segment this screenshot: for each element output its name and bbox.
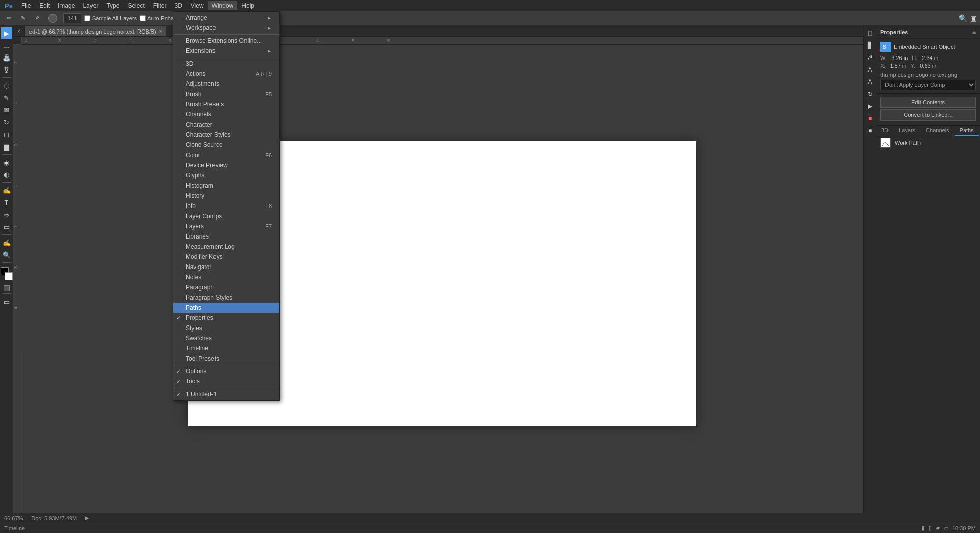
- menu-image[interactable]: Image: [54, 1, 79, 10]
- timeline-label[interactable]: Timeline: [4, 525, 25, 531]
- bottom-icon-1[interactable]: ▮: [922, 525, 925, 531]
- properties-icon[interactable]: ⎕: [865, 27, 876, 39]
- bottom-icon-4[interactable]: ▱: [944, 525, 948, 531]
- tool-screen-mode[interactable]: ▭: [1, 296, 12, 307]
- document-tab[interactable]: ed-1 @ 66.7% (thump design Logo no text,…: [24, 26, 166, 36]
- auto-enhance-checkbox[interactable]: [140, 15, 146, 21]
- menu-window[interactable]: Window: [208, 1, 238, 10]
- actions-icon[interactable]: ▶: [865, 101, 876, 112]
- tool-dodge[interactable]: ◐: [1, 169, 12, 180]
- menu-item-color[interactable]: ColorF6: [173, 150, 279, 160]
- menu-item-styles[interactable]: Styles: [173, 323, 279, 333]
- tool-btn-1[interactable]: ✏: [3, 13, 14, 24]
- menu-item-paragraph[interactable]: Paragraph: [173, 282, 279, 292]
- menu-file[interactable]: File: [17, 1, 35, 10]
- convert-linked-btn[interactable]: Convert to Linked...: [880, 109, 976, 121]
- tool-eraser[interactable]: ◻: [1, 129, 12, 140]
- swatches-icon[interactable]: ■: [865, 125, 876, 136]
- menu-3d[interactable]: 3D: [170, 1, 186, 10]
- brush-size-input[interactable]: [63, 13, 81, 23]
- menu-item-measurement-log[interactable]: Measurement Log: [173, 242, 279, 252]
- menu-item-extensions[interactable]: Extensions►: [173, 46, 279, 56]
- tab-layers[interactable]: Layers: [894, 126, 921, 136]
- tool-blur[interactable]: ◉: [1, 157, 12, 168]
- color-icon[interactable]: ■: [865, 113, 876, 124]
- tool-path-select[interactable]: ⇨: [1, 209, 12, 220]
- bottom-icon-3[interactable]: ▰: [936, 525, 940, 531]
- sample-all-layers-checkbox[interactable]: [84, 15, 90, 21]
- tool-zoom[interactable]: 🔍: [1, 249, 12, 260]
- edit-contents-btn[interactable]: Edit Contents: [880, 97, 976, 108]
- tool-history-brush[interactable]: ↻: [1, 116, 12, 128]
- tool-selection[interactable]: ▶: [1, 27, 12, 39]
- menu-item-tool-presets[interactable]: Tool Presets: [173, 353, 279, 364]
- menu-item-history[interactable]: History: [173, 191, 279, 201]
- layer-icon[interactable]: ▊: [865, 40, 876, 51]
- menu-item-brush[interactable]: BrushF5: [173, 89, 279, 99]
- canvas-content[interactable]: [21, 45, 863, 523]
- tab-paths[interactable]: Paths: [955, 126, 979, 136]
- history-icon[interactable]: ↻: [865, 88, 876, 100]
- tab-channels[interactable]: Channels: [921, 126, 954, 136]
- menu-item-adjustments[interactable]: Adjustments: [173, 79, 279, 89]
- tool-eyedropper[interactable]: ⚧: [1, 64, 12, 75]
- menu-item-channels[interactable]: Channels: [173, 109, 279, 120]
- menu-item-navigator[interactable]: Navigator: [173, 262, 279, 272]
- adjustments-icon[interactable]: ☭: [865, 52, 876, 63]
- menu-item-device-preview[interactable]: Device Preview: [173, 160, 279, 170]
- tool-clone[interactable]: ✉: [1, 104, 12, 115]
- menu-item-arrange[interactable]: Arrange►: [173, 13, 279, 23]
- menu-item-workspace[interactable]: Workspace►: [173, 23, 279, 33]
- menu-item-timeline[interactable]: Timeline: [173, 343, 279, 353]
- arrange-icon[interactable]: ▣: [970, 14, 977, 22]
- menu-item-libraries[interactable]: Libraries: [173, 231, 279, 242]
- character-icon[interactable]: A: [865, 76, 876, 87]
- background-color[interactable]: [5, 272, 13, 280]
- menu-item-modifier-keys[interactable]: Modifier Keys: [173, 252, 279, 262]
- path-item-work[interactable]: Work Path: [876, 136, 980, 150]
- menu-item-notes[interactable]: Notes: [173, 272, 279, 282]
- tab-3d[interactable]: 3D: [876, 126, 894, 136]
- menu-item-character[interactable]: Character: [173, 120, 279, 130]
- tool-lasso[interactable]: ⏠: [1, 40, 12, 51]
- menu-edit[interactable]: Edit: [35, 1, 54, 10]
- menu-item-paths[interactable]: Paths: [173, 303, 279, 313]
- tool-shape[interactable]: ▭: [1, 221, 12, 232]
- menu-item-layers[interactable]: LayersF7: [173, 221, 279, 231]
- tool-brush[interactable]: ✎: [1, 92, 12, 103]
- tool-heal[interactable]: ◌: [1, 80, 12, 91]
- tool-crop[interactable]: ⛲: [1, 52, 12, 63]
- tool-btn-3[interactable]: ✐: [32, 13, 43, 24]
- styles-icon[interactable]: A: [865, 64, 876, 75]
- menu-item-1-untitled-1[interactable]: 1 Untitled-1: [173, 389, 279, 399]
- menu-item-properties[interactable]: Properties: [173, 313, 279, 323]
- menu-item-info[interactable]: InfoF8: [173, 201, 279, 211]
- menu-type[interactable]: Type: [102, 1, 124, 10]
- tab-close-btn[interactable]: ×: [159, 28, 162, 34]
- menu-item-glyphs[interactable]: Glyphs: [173, 170, 279, 181]
- menu-filter[interactable]: Filter: [149, 1, 171, 10]
- menu-view[interactable]: View: [187, 1, 208, 10]
- doc-close-btn[interactable]: ×: [13, 26, 24, 36]
- tool-type[interactable]: T: [1, 197, 12, 208]
- menu-item-paragraph-styles[interactable]: Paragraph Styles: [173, 292, 279, 303]
- menu-item-browse-extensions-online...[interactable]: Browse Extensions Online...: [173, 36, 279, 46]
- tool-hand[interactable]: ✍: [1, 237, 12, 248]
- menu-item-histogram[interactable]: Histogram: [173, 181, 279, 191]
- search-icon[interactable]: 🔍: [959, 14, 967, 22]
- menu-item-3d[interactable]: 3D: [173, 58, 279, 69]
- menu-layer[interactable]: Layer: [79, 1, 102, 10]
- layer-comp-select[interactable]: Don't Apply Layer Comp: [880, 80, 976, 90]
- menu-item-actions[interactable]: ActionsAlt+F9: [173, 69, 279, 79]
- menu-item-brush-presets[interactable]: Brush Presets: [173, 99, 279, 109]
- properties-menu-icon[interactable]: ≡: [972, 28, 976, 36]
- menu-help[interactable]: Help: [237, 1, 258, 10]
- status-arrow[interactable]: ▶: [85, 515, 89, 521]
- menu-item-tools[interactable]: Tools: [173, 376, 279, 387]
- tool-gradient[interactable]: ▆: [1, 141, 12, 152]
- menu-item-swatches[interactable]: Swatches: [173, 333, 279, 343]
- tool-btn-2[interactable]: ✎: [17, 13, 28, 24]
- tool-pen[interactable]: ✍: [1, 185, 12, 196]
- menu-item-options[interactable]: Options: [173, 366, 279, 376]
- quick-mask-icon[interactable]: [4, 285, 10, 291]
